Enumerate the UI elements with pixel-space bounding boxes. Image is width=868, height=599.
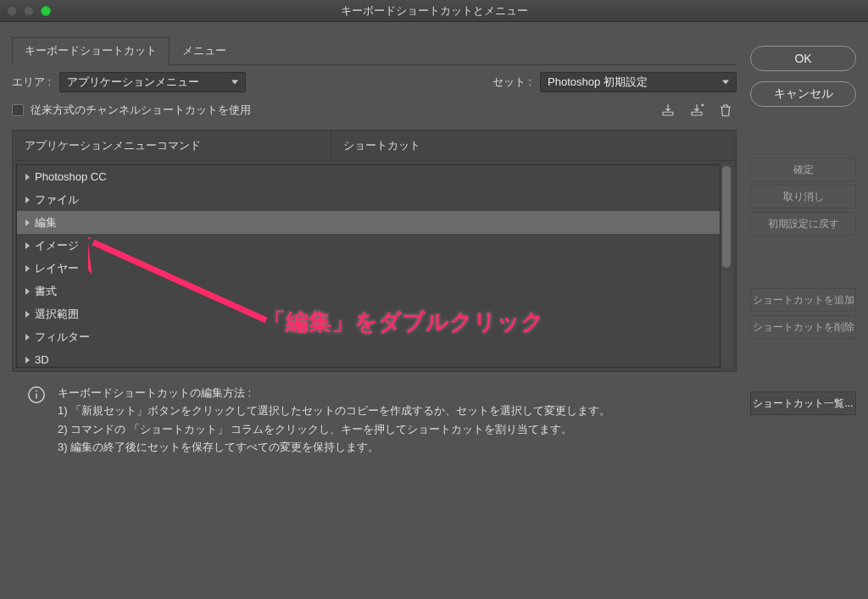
chevron-right-icon (25, 265, 30, 272)
zoom-dot[interactable] (41, 6, 51, 16)
scroll-thumb[interactable] (722, 166, 731, 268)
row-label: 編集 (35, 215, 57, 230)
delete-shortcut-button[interactable]: ショートカットを削除 (750, 315, 856, 339)
delete-set-icon[interactable] (715, 101, 737, 119)
table-row[interactable]: フィルター (17, 325, 720, 348)
tab-menus[interactable]: メニュー (170, 37, 239, 64)
row-label: レイヤー (35, 261, 79, 276)
table-row[interactable]: Photoshop CC (17, 165, 720, 188)
help-title: キーボードショートカットの編集方法 : (58, 384, 610, 402)
window-title: キーボードショートカットとメニュー (341, 3, 528, 19)
chevron-right-icon (25, 242, 30, 249)
row-label: フィルター (35, 330, 90, 345)
command-list: Photoshop CCファイル編集イメージレイヤー書式選択範囲フィルター3D (16, 164, 721, 368)
set-label: セット : (492, 75, 531, 90)
table-row[interactable]: 編集 (17, 211, 720, 234)
tab-shortcuts[interactable]: キーボードショートカット (12, 37, 170, 65)
reset-button[interactable]: 初期設定に戻す (750, 212, 856, 236)
row-label: ファイル (35, 192, 79, 208)
help-l2: 2) コマンドの 「ショートカット」 コラムをクリックし、キーを押してショートカ… (58, 420, 610, 438)
table-row[interactable]: イメージ (17, 234, 720, 257)
chevron-right-icon (25, 197, 30, 203)
row-label: 書式 (35, 284, 57, 299)
save-set-icon[interactable] (657, 101, 679, 119)
table-row[interactable]: レイヤー (17, 257, 720, 280)
accept-button[interactable]: 確定 (750, 158, 856, 181)
chevron-right-icon (25, 334, 30, 341)
col-shortcut: ショートカット (331, 130, 736, 160)
col-command: アプリケーションメニューコマンド (13, 138, 331, 153)
summary-button[interactable]: ショートカット一覧... (750, 391, 856, 415)
minimize-dot[interactable] (24, 6, 34, 16)
new-set-icon[interactable] (686, 101, 708, 119)
help-text: キーボードショートカットの編集方法 : 1) 「新規セット」ボタンをクリックして… (12, 372, 737, 457)
row-label: 3D (35, 353, 49, 366)
add-shortcut-button[interactable]: ショートカットを追加 (750, 288, 856, 312)
row-label: Photoshop CC (35, 170, 107, 183)
legacy-checkbox[interactable] (12, 104, 24, 116)
window-controls (7, 6, 51, 16)
legacy-label: 従来方式のチャンネルショートカットを使用 (31, 103, 251, 118)
shortcut-table: アプリケーションメニューコマンド ショートカット Photoshop CCファイ… (12, 130, 737, 372)
ok-button[interactable]: OK (750, 46, 856, 71)
area-label: エリア : (12, 75, 51, 90)
cancel-button[interactable]: キャンセル (750, 81, 856, 107)
row-label: 選択範囲 (35, 307, 79, 322)
svg-rect-1 (692, 112, 702, 115)
chevron-right-icon (25, 311, 30, 318)
titlebar: キーボードショートカットとメニュー (0, 0, 868, 22)
row-label: イメージ (35, 238, 79, 253)
chevron-right-icon (25, 288, 30, 295)
scrollbar[interactable] (721, 164, 732, 368)
set-select[interactable]: Photoshop 初期設定 (540, 72, 737, 92)
chevron-right-icon (25, 357, 30, 363)
svg-rect-0 (663, 112, 673, 115)
help-l3: 3) 編集の終了後にセットを保存してすべての変更を保持します。 (58, 438, 610, 456)
close-dot[interactable] (7, 6, 17, 16)
undo-button[interactable]: 取り消し (750, 185, 856, 208)
table-row[interactable]: 選択範囲 (17, 302, 720, 325)
tab-bar: キーボードショートカット メニュー (12, 37, 737, 65)
table-row[interactable]: 3D (17, 348, 720, 371)
help-l1: 1) 「新規セット」ボタンをクリックして選択したセットのコピーを作成するか、セッ… (58, 402, 610, 419)
svg-point-4 (36, 391, 37, 392)
chevron-right-icon (25, 174, 30, 180)
table-row[interactable]: 書式 (17, 280, 720, 302)
info-icon (27, 385, 46, 404)
area-select[interactable]: アプリケーションメニュー (59, 72, 246, 92)
chevron-right-icon (25, 219, 30, 226)
table-row[interactable]: ファイル (17, 188, 720, 211)
